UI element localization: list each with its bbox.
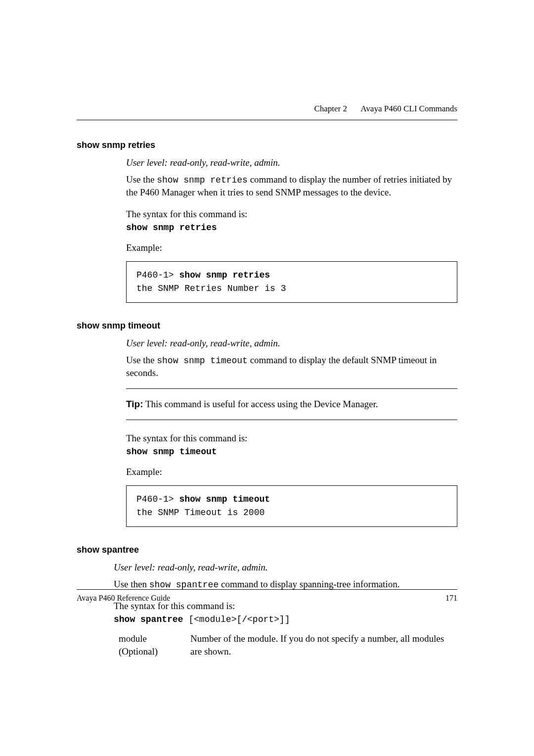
page-header: Chapter 2 Avaya P460 CLI Commands [77, 104, 457, 114]
example-output: the SNMP Retries Number is 3 [136, 282, 447, 295]
example-output: the SNMP Timeout is 2000 [136, 506, 447, 520]
description: Use the show snmp timeout command to dis… [126, 354, 457, 379]
prompt: P460-1> [136, 494, 179, 504]
param-table: module (Optional) Number of the module. … [119, 632, 457, 658]
syntax-intro: The syntax for this command is: [126, 209, 457, 220]
header-rule [77, 120, 457, 120]
user-level: User level: read-only, read-write, admin… [114, 562, 457, 573]
tip-rule-top [126, 388, 457, 389]
user-level: User level: read-only, read-write, admin… [126, 338, 457, 349]
cmd-inline: show spantree [149, 580, 219, 590]
param-desc: Number of the module. If you do not spec… [190, 632, 457, 658]
section-title-snmp-timeout: show snmp timeout [77, 321, 457, 331]
cmd-inline: show snmp retries [157, 175, 248, 185]
example-label: Example: [126, 467, 457, 477]
user-level: User level: read-only, read-write, admin… [126, 157, 457, 168]
syntax-intro: The syntax for this command is: [126, 433, 457, 444]
section-title-spantree: show spantree [77, 545, 457, 555]
chapter-label: Chapter 2 [314, 104, 347, 113]
syntax-command: show snmp timeout [126, 447, 457, 457]
cmd-inline: show snmp timeout [157, 356, 248, 366]
header-title: Avaya P460 CLI Commands [360, 104, 457, 113]
syntax-cmd: show spantree [114, 614, 183, 624]
description: Use the show snmp retries command to dis… [126, 173, 457, 199]
param-row: module (Optional) Number of the module. … [119, 632, 457, 658]
param-name: module [119, 632, 190, 645]
syntax-line: show spantree [<module>[/<port>]] [114, 614, 457, 624]
section-title-snmp-retries: show snmp retries [77, 140, 457, 150]
tip-label: Tip: [126, 399, 143, 409]
footer-rule [77, 589, 457, 590]
syntax-command: show snmp retries [126, 223, 457, 233]
page-footer: Avaya P460 Reference Guide 171 [77, 589, 457, 603]
tip-block: Tip: This command is useful for access u… [126, 388, 457, 420]
tip-rule-bottom [126, 420, 457, 420]
param-optional: (Optional) [119, 645, 190, 658]
syntax-args: [<module>[/<port>]] [183, 614, 290, 624]
example-cmd: show snmp retries [179, 270, 270, 280]
example-box: P460-1> show snmp retries the SNMP Retri… [126, 261, 457, 303]
example-cmd: show snmp timeout [179, 494, 270, 504]
tip-body: This command is useful for access using … [143, 399, 378, 409]
footer-doc: Avaya P460 Reference Guide [77, 594, 170, 603]
example-box: P460-1> show snmp timeout the SNMP Timeo… [126, 485, 457, 527]
example-label: Example: [126, 242, 457, 253]
prompt: P460-1> [136, 270, 179, 280]
footer-page: 171 [445, 594, 457, 603]
